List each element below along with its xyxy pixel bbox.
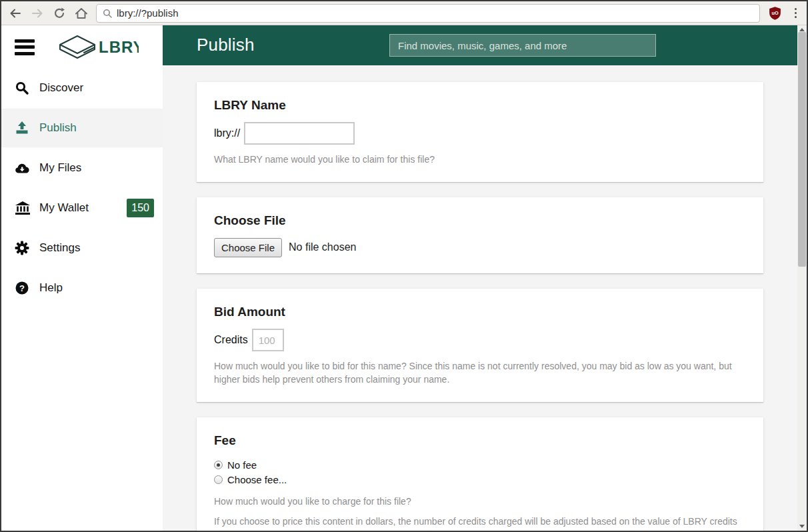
ublock-extension-icon[interactable]: uO	[767, 5, 783, 21]
lbry-name-help: What LBRY name would you like to claim f…	[214, 153, 746, 166]
hamburger-menu-button[interactable]	[15, 39, 35, 55]
card-title: Choose File	[214, 213, 746, 228]
bank-icon	[15, 201, 32, 215]
card-title: LBRY Name	[214, 98, 746, 113]
sidebar-item-settings[interactable]: Settings	[1, 229, 163, 267]
cloud-download-icon	[15, 162, 32, 174]
radio-button-icon[interactable]	[214, 475, 223, 484]
scroll-down-button[interactable]	[797, 523, 807, 530]
forward-button[interactable]	[29, 5, 46, 22]
app-body: LBRY Discover	[1, 25, 807, 531]
lbry-name-input[interactable]	[244, 122, 355, 145]
url-input[interactable]	[117, 5, 759, 22]
svg-text:uO: uO	[771, 9, 778, 15]
choose-file-button[interactable]: Choose File	[214, 238, 282, 257]
sidebar-item-my-files[interactable]: My Files	[1, 149, 163, 187]
back-arrow-icon	[9, 7, 22, 20]
credits-label: Credits	[214, 334, 248, 346]
refresh-icon	[53, 7, 66, 20]
bid-help: How much would you like to bid for this …	[214, 359, 746, 386]
page-content: LBRY Name lbry:// What LBRY name would y…	[163, 65, 797, 531]
card-title: Fee	[214, 433, 746, 448]
radio-button-icon[interactable]	[214, 461, 223, 469]
lbry-logo: LBRY	[57, 33, 139, 62]
triangle-up-icon	[799, 28, 805, 31]
refresh-button[interactable]	[51, 5, 68, 22]
sidebar-item-label: Publish	[39, 121, 77, 135]
file-chosen-status: No file chosen	[289, 241, 356, 253]
sidebar-item-label: My Wallet	[39, 201, 89, 215]
question-circle-icon: ?	[15, 281, 32, 295]
card-choose-file: Choose File Choose File No file chosen	[197, 197, 763, 273]
radio-label: Choose fee...	[227, 474, 287, 485]
sidebar: LBRY Discover	[1, 25, 163, 531]
lbry-prefix-label: lbry://	[214, 127, 240, 139]
radio-choose-fee[interactable]: Choose fee...	[214, 472, 746, 487]
search-icon	[103, 9, 112, 18]
fee-help-1: How much would you like to charge for th…	[214, 495, 746, 508]
triangle-down-icon	[799, 525, 805, 528]
sidebar-item-label: Discover	[39, 81, 83, 95]
forward-arrow-icon	[31, 7, 44, 20]
app-window: uO LBRY	[0, 0, 808, 532]
logo-text: LBRY	[99, 38, 139, 56]
sidebar-header: LBRY	[1, 25, 163, 69]
sidebar-item-label: Settings	[39, 241, 80, 255]
scrollbar-thumb[interactable]	[798, 32, 806, 267]
url-bar[interactable]	[96, 4, 760, 23]
sidebar-item-label: My Files	[39, 161, 81, 175]
main-area: Publish LBRY Name lbry:// What LBRY name…	[163, 25, 807, 531]
sidebar-item-label: Help	[39, 281, 63, 295]
browser-toolbar: uO	[1, 1, 807, 25]
bid-amount-input[interactable]	[252, 329, 284, 351]
svg-text:?: ?	[19, 283, 25, 293]
search-icon	[15, 81, 32, 95]
card-title: Bid Amount	[214, 305, 746, 319]
sidebar-item-discover[interactable]: Discover	[1, 69, 163, 107]
radio-label: No fee	[227, 459, 257, 471]
card-fee: Fee No fee Choose fee... How much would …	[197, 417, 763, 531]
sidebar-item-publish[interactable]: Publish	[1, 109, 163, 147]
card-bid-amount: Bid Amount Credits How much would you li…	[197, 289, 763, 402]
upload-icon	[15, 121, 32, 135]
fee-help-2: If you choose to price this content in d…	[214, 515, 746, 531]
radio-no-fee[interactable]: No fee	[214, 457, 746, 472]
page-title: Publish	[197, 35, 255, 55]
page-header: Publish	[163, 25, 797, 65]
back-button[interactable]	[7, 5, 24, 22]
browser-menu-button[interactable]	[789, 5, 801, 22]
card-lbry-name: LBRY Name lbry:// What LBRY name would y…	[197, 82, 763, 182]
gear-icon	[15, 241, 32, 255]
home-icon	[74, 7, 89, 20]
sidebar-item-my-wallet[interactable]: My Wallet 150	[1, 189, 163, 227]
wallet-balance-badge: 150	[127, 199, 154, 217]
sidebar-item-help[interactable]: ? Help	[1, 269, 163, 307]
vertical-scrollbar[interactable]	[797, 25, 807, 531]
content-search-input[interactable]	[389, 34, 656, 57]
home-button[interactable]	[73, 5, 90, 22]
